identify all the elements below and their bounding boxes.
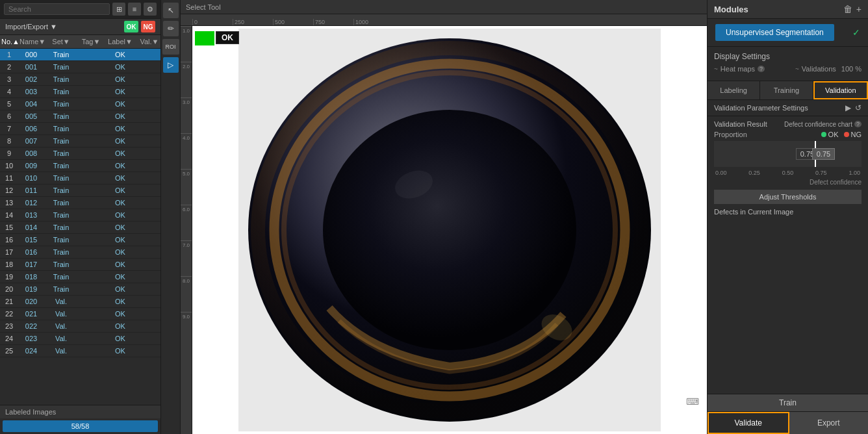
select-tool-button[interactable]: ↖ [163, 3, 179, 18]
cell-val [136, 260, 160, 269]
cell-no: 20 [0, 285, 18, 294]
cell-tag [78, 62, 104, 71]
table-row[interactable]: 1 000 Train OK [0, 49, 160, 61]
grid-view-icon[interactable]: ⊞ [112, 3, 125, 16]
table-row[interactable]: 22 021 Val. OK [0, 308, 160, 320]
table-row[interactable]: 12 011 Train OK [0, 185, 160, 197]
cell-set: Train [44, 161, 78, 170]
col-name[interactable]: Name▼ [18, 37, 44, 46]
validate-button[interactable]: Validate [708, 412, 789, 434]
brush-tool-button[interactable]: ✏ [163, 21, 179, 36]
validation-params-title: Validation Parameter Settings [714, 104, 808, 112]
list-view-icon[interactable]: ≡ [128, 3, 141, 16]
ruler-v-1: 1.0 [181, 26, 192, 62]
cell-label: OK [104, 149, 136, 158]
delete-module-button[interactable]: 🗑 [843, 4, 852, 14]
chart-container: 0.75 0.75 [714, 141, 862, 167]
cell-label: OK [104, 161, 136, 170]
tab-labeling[interactable]: Labeling [708, 81, 760, 99]
heat-map-row: ~ Heat maps ? ~ Validations 100 % [714, 65, 862, 73]
table-row[interactable]: 11 010 Train OK [0, 172, 160, 185]
cell-tag [78, 87, 104, 96]
keyboard-icon[interactable]: ⌨ [686, 396, 699, 407]
heat-maps-label: Heat maps [721, 65, 755, 73]
cell-label: OK [104, 260, 136, 269]
adjust-thresholds-button[interactable]: Adjust Thresholds [714, 190, 862, 204]
import-export-button[interactable]: Import/Export ▼ [5, 23, 57, 31]
cell-label: OK [104, 235, 136, 244]
bottom-action-row: Train Validate Export [708, 394, 868, 434]
cell-no: 21 [0, 297, 18, 306]
cell-tag [78, 211, 104, 220]
settings-icon[interactable]: ⚙ [144, 3, 157, 16]
cell-name: 024 [18, 346, 44, 355]
cell-tag [78, 260, 104, 269]
table-row[interactable]: 25 024 Val. OK [0, 345, 160, 357]
canvas-area: Select Tool 0 250 500 750 1000 1.0 2.0 3… [181, 0, 707, 434]
cell-val [136, 124, 160, 133]
chart-bar-ok [714, 141, 862, 167]
col-val[interactable]: Val.▼ [136, 37, 162, 46]
roi-tool-button[interactable]: ROI [162, 39, 179, 55]
train-button[interactable]: Train [708, 394, 868, 412]
col-set[interactable]: Set▼ [44, 37, 78, 46]
table-row[interactable]: 13 012 Train OK [0, 197, 160, 209]
export-button[interactable]: Export [789, 412, 869, 434]
table-row[interactable]: 20 019 Train OK [0, 283, 160, 296]
table-row[interactable]: 24 023 Val. OK [0, 333, 160, 345]
heat-maps-help-icon[interactable]: ? [758, 66, 765, 72]
val-result-title: Validation Result [714, 120, 767, 128]
canvas-image-area[interactable]: OK [192, 26, 707, 434]
defects-current-label: Defects in Current Image [714, 208, 862, 216]
table-row[interactable]: 2 001 Train OK [0, 61, 160, 73]
cell-set: Train [44, 112, 78, 121]
cell-val [136, 272, 160, 281]
col-label[interactable]: Label▼ [104, 37, 136, 46]
table-row[interactable]: 8 007 Train OK [0, 135, 160, 147]
labeled-images-bar: Labeled Images [0, 405, 160, 418]
table-row[interactable]: 21 020 Val. OK [0, 296, 160, 308]
ruler-v-2: 2.0 [181, 62, 192, 97]
table-row[interactable]: 19 018 Train OK [0, 271, 160, 283]
table-row[interactable]: 9 008 Train OK [0, 147, 160, 160]
table-row[interactable]: 17 016 Train OK [0, 246, 160, 259]
validation-params-play[interactable]: ▶ [845, 103, 851, 112]
table-row[interactable]: 16 015 Train OK [0, 234, 160, 246]
legend-dot-ok [821, 132, 826, 137]
move-tool-button[interactable]: ▷ [163, 57, 179, 73]
tab-validation[interactable]: Validation [813, 81, 868, 99]
cell-label: OK [104, 99, 136, 108]
table-row[interactable]: 4 003 Train OK [0, 86, 160, 98]
table-row[interactable]: 7 006 Train OK [0, 123, 160, 135]
unsupervised-seg-button[interactable]: Unsupervised Segmentation [715, 24, 834, 41]
table-row[interactable]: 14 013 Train OK [0, 209, 160, 222]
cell-name: 022 [18, 322, 44, 331]
legend-ng: NG [844, 131, 862, 138]
validation-params-reset[interactable]: ↺ [855, 103, 862, 112]
table-row[interactable]: 15 014 Train OK [0, 222, 160, 234]
cell-set: Val. [44, 322, 78, 331]
defect-confidence-help-icon[interactable]: ? [854, 121, 862, 127]
cell-set: Train [44, 75, 78, 84]
col-tag[interactable]: Tag▼ [78, 37, 104, 46]
table-row[interactable]: 6 005 Train OK [0, 110, 160, 123]
add-module-button[interactable]: + [856, 4, 862, 14]
col-no[interactable]: No.▲ [0, 37, 18, 46]
legend-dot-ng [844, 132, 849, 137]
table-row[interactable]: 5 004 Train OK [0, 98, 160, 110]
table-row[interactable]: 10 009 Train OK [0, 160, 160, 172]
cell-set: Train [44, 211, 78, 220]
table-row[interactable]: 3 002 Train OK [0, 73, 160, 86]
search-input[interactable] [4, 3, 110, 15]
ruler-mark-250: 250 [233, 19, 273, 25]
cell-val [136, 75, 160, 84]
left-panel: ⊞ ≡ ⚙ Import/Export ▼ OK NG No.▲ Name▼ S… [0, 0, 161, 434]
module-item: Unsupervised Segmentation ✓ [708, 19, 868, 47]
table-row[interactable]: 23 022 Val. OK [0, 320, 160, 333]
cell-val [136, 149, 160, 158]
tab-training[interactable]: Training [760, 81, 813, 99]
table-row[interactable]: 18 017 Train OK [0, 259, 160, 271]
cell-tag [78, 346, 104, 355]
axis-050: 0.50 [782, 170, 794, 176]
cell-name: 010 [18, 173, 44, 183]
